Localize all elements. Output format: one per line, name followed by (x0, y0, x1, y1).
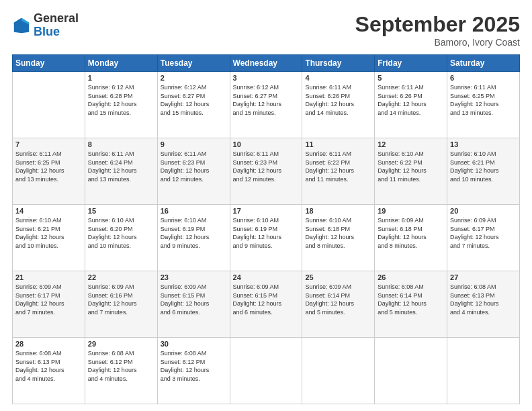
day-info: Sunrise: 6:10 AM Sunset: 6:19 PM Dayligh… (233, 216, 300, 250)
calendar-cell: 8Sunrise: 6:11 AM Sunset: 6:24 PM Daylig… (85, 138, 157, 205)
logo: General Blue (12, 12, 79, 39)
day-info: Sunrise: 6:09 AM Sunset: 6:17 PM Dayligh… (450, 216, 517, 250)
calendar-cell (447, 338, 520, 404)
location: Bamoro, Ivory Coast (355, 37, 520, 48)
day-number: 14 (15, 207, 82, 215)
day-number: 18 (305, 207, 371, 215)
calendar-cell (230, 338, 302, 404)
calendar-cell: 15Sunrise: 6:10 AM Sunset: 6:20 PM Dayli… (85, 205, 157, 271)
calendar-cell (13, 72, 85, 138)
day-info: Sunrise: 6:08 AM Sunset: 6:13 PM Dayligh… (15, 349, 82, 383)
day-number: 6 (450, 74, 517, 82)
weekday-header-wednesday: Wednesday (230, 55, 302, 72)
day-info: Sunrise: 6:12 AM Sunset: 6:28 PM Dayligh… (88, 83, 154, 117)
week-row-4: 21Sunrise: 6:09 AM Sunset: 6:17 PM Dayli… (13, 271, 520, 338)
day-number: 19 (378, 207, 444, 215)
weekday-header-thursday: Thursday (302, 55, 375, 72)
calendar-cell: 13Sunrise: 6:10 AM Sunset: 6:21 PM Dayli… (447, 138, 520, 205)
day-info: Sunrise: 6:11 AM Sunset: 6:23 PM Dayligh… (161, 150, 227, 183)
day-info: Sunrise: 6:09 AM Sunset: 6:16 PM Dayligh… (88, 283, 154, 316)
day-number: 24 (233, 273, 300, 281)
day-number: 4 (305, 74, 371, 82)
calendar-cell: 12Sunrise: 6:10 AM Sunset: 6:22 PM Dayli… (375, 138, 447, 205)
week-row-5: 28Sunrise: 6:08 AM Sunset: 6:13 PM Dayli… (13, 338, 520, 404)
day-info: Sunrise: 6:12 AM Sunset: 6:27 PM Dayligh… (233, 83, 300, 117)
day-number: 9 (161, 140, 227, 148)
day-number: 26 (378, 273, 444, 281)
calendar-cell: 26Sunrise: 6:08 AM Sunset: 6:14 PM Dayli… (375, 271, 447, 338)
day-info: Sunrise: 6:09 AM Sunset: 6:17 PM Dayligh… (15, 283, 82, 316)
calendar-cell: 2Sunrise: 6:12 AM Sunset: 6:27 PM Daylig… (157, 72, 230, 138)
calendar-cell: 11Sunrise: 6:11 AM Sunset: 6:22 PM Dayli… (302, 138, 375, 205)
calendar-cell: 9Sunrise: 6:11 AM Sunset: 6:23 PM Daylig… (157, 138, 230, 205)
day-number: 2 (161, 74, 227, 82)
day-info: Sunrise: 6:10 AM Sunset: 6:22 PM Dayligh… (378, 150, 444, 183)
day-info: Sunrise: 6:11 AM Sunset: 6:26 PM Dayligh… (378, 83, 444, 117)
calendar-cell: 16Sunrise: 6:10 AM Sunset: 6:19 PM Dayli… (157, 205, 230, 271)
day-number: 16 (161, 207, 227, 215)
day-info: Sunrise: 6:09 AM Sunset: 6:18 PM Dayligh… (378, 216, 444, 250)
calendar-cell: 14Sunrise: 6:10 AM Sunset: 6:21 PM Dayli… (13, 205, 85, 271)
day-info: Sunrise: 6:08 AM Sunset: 6:12 PM Dayligh… (161, 349, 227, 383)
logo-icon (12, 16, 31, 35)
day-number: 13 (450, 140, 517, 148)
day-number: 15 (88, 207, 154, 215)
calendar-cell: 19Sunrise: 6:09 AM Sunset: 6:18 PM Dayli… (375, 205, 447, 271)
day-info: Sunrise: 6:08 AM Sunset: 6:12 PM Dayligh… (88, 349, 154, 383)
day-info: Sunrise: 6:11 AM Sunset: 6:24 PM Dayligh… (88, 150, 154, 183)
day-number: 27 (450, 273, 517, 281)
day-number: 23 (161, 273, 227, 281)
day-info: Sunrise: 6:09 AM Sunset: 6:15 PM Dayligh… (161, 283, 227, 316)
calendar-cell: 30Sunrise: 6:08 AM Sunset: 6:12 PM Dayli… (157, 338, 230, 404)
day-info: Sunrise: 6:09 AM Sunset: 6:15 PM Dayligh… (233, 283, 300, 316)
calendar-table: SundayMondayTuesdayWednesdayThursdayFrid… (12, 54, 520, 404)
day-info: Sunrise: 6:08 AM Sunset: 6:13 PM Dayligh… (450, 283, 517, 316)
calendar-cell: 4Sunrise: 6:11 AM Sunset: 6:26 PM Daylig… (302, 72, 375, 138)
week-row-1: 1Sunrise: 6:12 AM Sunset: 6:28 PM Daylig… (13, 72, 520, 138)
day-info: Sunrise: 6:10 AM Sunset: 6:19 PM Dayligh… (161, 216, 227, 250)
calendar-cell: 10Sunrise: 6:11 AM Sunset: 6:23 PM Dayli… (230, 138, 302, 205)
day-number: 17 (233, 207, 300, 215)
day-info: Sunrise: 6:12 AM Sunset: 6:27 PM Dayligh… (161, 83, 227, 117)
day-info: Sunrise: 6:10 AM Sunset: 6:21 PM Dayligh… (450, 150, 517, 183)
weekday-header-sunday: Sunday (13, 55, 85, 72)
day-number: 12 (378, 140, 444, 148)
day-number: 29 (88, 340, 154, 348)
calendar-cell (375, 338, 447, 404)
calendar-cell: 3Sunrise: 6:12 AM Sunset: 6:27 PM Daylig… (230, 72, 302, 138)
calendar-cell (302, 338, 375, 404)
day-info: Sunrise: 6:11 AM Sunset: 6:22 PM Dayligh… (305, 150, 371, 183)
weekday-header-friday: Friday (375, 55, 447, 72)
day-info: Sunrise: 6:09 AM Sunset: 6:14 PM Dayligh… (305, 283, 371, 316)
title-area: September 2025 Bamoro, Ivory Coast (355, 12, 520, 48)
day-number: 25 (305, 273, 371, 281)
month-title: September 2025 (355, 12, 520, 37)
header: General Blue September 2025 Bamoro, Ivor… (12, 12, 520, 48)
day-info: Sunrise: 6:11 AM Sunset: 6:25 PM Dayligh… (15, 150, 82, 183)
calendar-cell: 22Sunrise: 6:09 AM Sunset: 6:16 PM Dayli… (85, 271, 157, 338)
day-number: 22 (88, 273, 154, 281)
calendar-cell: 7Sunrise: 6:11 AM Sunset: 6:25 PM Daylig… (13, 138, 85, 205)
calendar-cell: 18Sunrise: 6:10 AM Sunset: 6:18 PM Dayli… (302, 205, 375, 271)
day-number: 3 (233, 74, 300, 82)
logo-text: General Blue (34, 12, 79, 39)
calendar-cell: 29Sunrise: 6:08 AM Sunset: 6:12 PM Dayli… (85, 338, 157, 404)
calendar-cell: 21Sunrise: 6:09 AM Sunset: 6:17 PM Dayli… (13, 271, 85, 338)
weekday-header-row: SundayMondayTuesdayWednesdayThursdayFrid… (13, 55, 520, 72)
day-info: Sunrise: 6:08 AM Sunset: 6:14 PM Dayligh… (378, 283, 444, 316)
calendar-cell: 6Sunrise: 6:11 AM Sunset: 6:25 PM Daylig… (447, 72, 520, 138)
calendar-cell: 24Sunrise: 6:09 AM Sunset: 6:15 PM Dayli… (230, 271, 302, 338)
day-info: Sunrise: 6:11 AM Sunset: 6:25 PM Dayligh… (450, 83, 517, 117)
day-number: 8 (88, 140, 154, 148)
week-row-3: 14Sunrise: 6:10 AM Sunset: 6:21 PM Dayli… (13, 205, 520, 271)
day-info: Sunrise: 6:10 AM Sunset: 6:21 PM Dayligh… (15, 216, 82, 250)
day-info: Sunrise: 6:11 AM Sunset: 6:23 PM Dayligh… (233, 150, 300, 183)
calendar-cell: 28Sunrise: 6:08 AM Sunset: 6:13 PM Dayli… (13, 338, 85, 404)
calendar-cell: 27Sunrise: 6:08 AM Sunset: 6:13 PM Dayli… (447, 271, 520, 338)
week-row-2: 7Sunrise: 6:11 AM Sunset: 6:25 PM Daylig… (13, 138, 520, 205)
day-number: 20 (450, 207, 517, 215)
calendar-cell: 17Sunrise: 6:10 AM Sunset: 6:19 PM Dayli… (230, 205, 302, 271)
day-number: 10 (233, 140, 300, 148)
day-number: 28 (15, 340, 82, 348)
day-info: Sunrise: 6:11 AM Sunset: 6:26 PM Dayligh… (305, 83, 371, 117)
